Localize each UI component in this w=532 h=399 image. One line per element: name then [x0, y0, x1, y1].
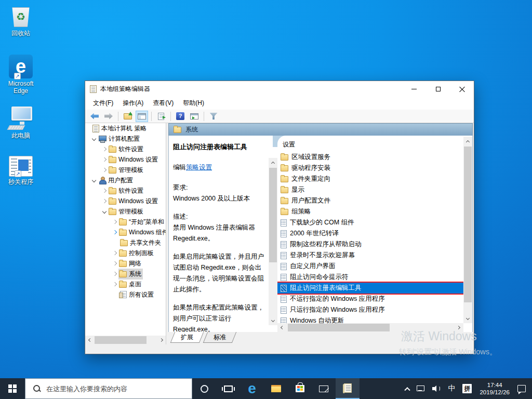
setting-item[interactable]: 区域设置服务 — [277, 152, 463, 163]
settings-vertical-scrollbar[interactable] — [463, 137, 472, 323]
desktop-icon-microsoft-edge[interactable]: e↗ Microsoft Edge — [1, 55, 41, 95]
close-button[interactable] — [450, 81, 474, 97]
tree-item-windows-settings[interactable]: Windows 设置 — [85, 154, 166, 165]
back-button[interactable] — [88, 111, 101, 122]
network-button[interactable] — [413, 378, 429, 399]
tree-item-start-menu[interactable]: “开始”菜单和 — [85, 217, 166, 227]
setting-item[interactable]: 限制这些程序从帮助启动 — [277, 239, 463, 250]
chevron-right-icon[interactable] — [101, 187, 108, 194]
ime-language-button[interactable]: 中 — [444, 378, 459, 399]
tray-overflow-button[interactable] — [402, 378, 413, 399]
setting-item-selected[interactable]: 阻止访问注册表编辑工具 — [277, 283, 463, 294]
action-center-button[interactable] — [514, 378, 532, 399]
minimize-button[interactable] — [402, 81, 426, 97]
setting-item[interactable]: 2000 年世纪转译 — [277, 228, 463, 239]
scroll-left-icon[interactable] — [277, 323, 286, 332]
help-button[interactable]: ? — [174, 111, 187, 122]
tree-item-all-settings[interactable]: 所有设置 — [85, 289, 166, 300]
taskbar-edge-button[interactable]: e — [240, 378, 264, 399]
tree-item-software-settings[interactable]: 软件设置 — [85, 144, 166, 154]
tree-item-admin-templates[interactable]: 管理模板 — [85, 206, 166, 217]
tree-item-network[interactable]: 网络 — [85, 258, 166, 269]
menu-file[interactable]: 文件(F) — [88, 97, 118, 110]
setting-item[interactable]: 驱动程序安装 — [277, 163, 463, 174]
tree-item-windows-components[interactable]: Windows 组件 — [85, 227, 166, 237]
chevron-down-icon[interactable] — [90, 177, 98, 184]
tree-item-desktop[interactable]: 桌面 — [85, 279, 166, 289]
setting-item[interactable]: 显示 — [277, 184, 463, 195]
settings-horizontal-scrollbar[interactable] — [277, 323, 463, 332]
menu-view[interactable]: 查看(V) — [148, 97, 178, 110]
volume-button[interactable] — [429, 378, 444, 399]
policy-settings-link[interactable]: 策略设置 — [186, 164, 212, 171]
tree-item-computer-config[interactable]: 计算机配置 — [85, 134, 166, 144]
tree-item-control-panel[interactable]: 控制面板 — [85, 248, 166, 258]
tree-item-windows-settings[interactable]: Windows 设置 — [85, 196, 166, 206]
forward-button[interactable] — [102, 111, 115, 122]
export-list-button[interactable] — [155, 111, 167, 122]
chevron-right-icon[interactable] — [101, 145, 108, 153]
file-explorer-button[interactable] — [264, 378, 288, 399]
tree-item-software-settings[interactable]: 软件设置 — [85, 185, 166, 196]
chevron-right-icon[interactable] — [111, 270, 118, 277]
chevron-right-icon[interactable] — [111, 281, 118, 288]
up-one-level-button[interactable] — [122, 111, 134, 122]
chevron-right-icon[interactable] — [111, 218, 118, 225]
tree-item-system[interactable]: 系统 — [85, 269, 166, 279]
search-input[interactable] — [46, 385, 176, 393]
tree-horizontal-scrollbar[interactable] — [85, 336, 166, 344]
scrollbar-thumb[interactable] — [288, 324, 390, 331]
desktop-icon-recycle-bin[interactable]: ♻ 回收站 — [1, 3, 41, 37]
scrollbar-thumb[interactable] — [464, 147, 472, 302]
setting-item[interactable]: 下载缺少的 COM 组件 — [277, 217, 463, 228]
chevron-right-icon[interactable] — [111, 260, 118, 267]
chevron-right-icon[interactable] — [101, 166, 108, 174]
settings-column-header[interactable]: 设置 — [277, 136, 472, 152]
show-action-pane-button[interactable] — [188, 111, 201, 122]
mail-button[interactable] — [312, 378, 336, 399]
filter-button[interactable] — [207, 111, 220, 122]
setting-item[interactable]: 阻止访问命令提示符 — [277, 272, 463, 283]
tab-extended[interactable]: 扩展 — [170, 332, 204, 343]
setting-item[interactable]: 文件夹重定向 — [277, 174, 463, 184]
desktop-icon-this-pc[interactable]: 此电脑 — [1, 105, 41, 139]
start-button[interactable] — [0, 378, 25, 399]
setting-item[interactable]: 登录时不显示欢迎屏幕 — [277, 250, 463, 261]
scrollbar-thumb[interactable] — [269, 168, 277, 262]
taskbar-clock[interactable]: 17:44 2019/12/26 — [475, 381, 514, 396]
setting-item[interactable]: Windows 自动更新 — [277, 315, 463, 323]
setting-item[interactable]: 不运行指定的 Windows 应用程序 — [277, 294, 463, 304]
scroll-left-icon[interactable] — [85, 336, 94, 344]
cortana-button[interactable] — [192, 378, 216, 399]
chevron-right-icon[interactable] — [101, 197, 108, 205]
scroll-down-icon[interactable] — [463, 314, 472, 323]
tree-item-user-config[interactable]: 用户配置 — [85, 175, 166, 185]
menu-help[interactable]: 帮助(H) — [178, 97, 209, 110]
maximize-button[interactable] — [426, 81, 450, 97]
titlebar[interactable]: 本地组策略编辑器 — [85, 81, 474, 97]
scroll-down-icon[interactable] — [269, 316, 277, 325]
chevron-right-icon[interactable] — [111, 229, 118, 236]
setting-item[interactable]: 组策略 — [277, 206, 463, 217]
tree-item-root[interactable]: 本地计算机 策略 — [85, 123, 166, 134]
scrollbar-thumb[interactable] — [95, 336, 147, 344]
chevron-down-icon[interactable] — [90, 135, 98, 142]
chevron-right-icon[interactable] — [111, 249, 118, 257]
show-console-tree-button[interactable] — [136, 111, 148, 122]
store-button[interactable] — [288, 378, 312, 399]
desktop-icon-seconds-close-app[interactable]: ↗ 秒关程序 — [1, 156, 41, 185]
setting-item[interactable]: 用户配置文件 — [277, 195, 463, 206]
taskbar-search[interactable] — [25, 378, 192, 399]
setting-item[interactable]: 自定义用户界面 — [277, 261, 463, 272]
chevron-right-icon[interactable] — [101, 156, 108, 163]
tree-item-shared-folders[interactable]: 共享文件夹 — [85, 237, 166, 248]
scroll-right-icon[interactable] — [455, 323, 463, 332]
menu-action[interactable]: 操作(A) — [118, 97, 148, 110]
setting-item[interactable]: 只运行指定的 Windows 应用程序 — [277, 304, 463, 315]
tree-item-admin-templates[interactable]: 管理模板 — [85, 165, 166, 175]
task-view-button[interactable] — [216, 378, 240, 399]
ime-mode-button[interactable]: 拼 — [459, 378, 475, 399]
chevron-down-icon[interactable] — [101, 208, 108, 215]
scroll-right-icon[interactable] — [157, 336, 166, 344]
tab-standard[interactable]: 标准 — [203, 332, 236, 343]
